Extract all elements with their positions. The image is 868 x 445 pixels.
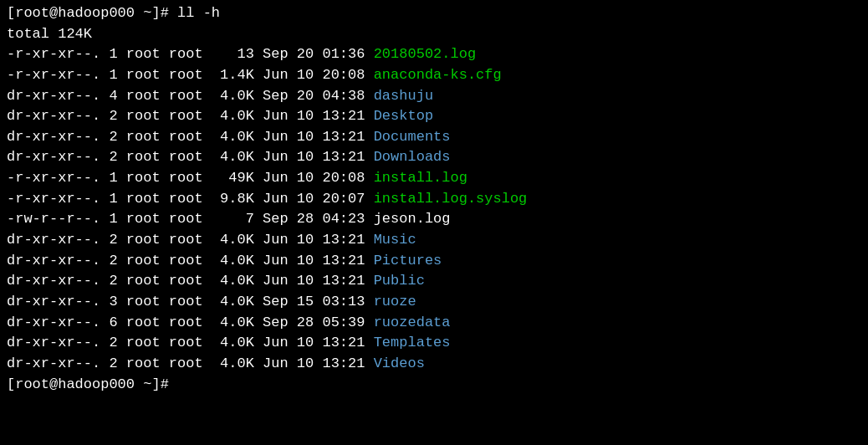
file-line-8: -r-xr-xr--. 1 root root 9.8K Jun 10 20:0… [7,189,861,210]
file-line-1: -r-xr-xr--. 1 root root 13 Sep 20 01:36 … [7,44,861,65]
file-line-5: dr-xr-xr--. 2 root root 4.0K Jun 10 13:2… [7,127,861,148]
final-prompt: [root@hadoop000 ~]# [7,375,861,396]
file-line-12: dr-xr-xr--. 2 root root 4.0K Jun 10 13:2… [7,271,861,292]
file-line-4: dr-xr-xr--. 2 root root 4.0K Jun 10 13:2… [7,106,861,127]
file-line-15: dr-xr-xr--. 2 root root 4.0K Jun 10 13:2… [7,333,861,354]
file-line-11: dr-xr-xr--. 2 root root 4.0K Jun 10 13:2… [7,251,861,272]
file-line-9: -rw-r--r--. 1 root root 7 Sep 28 04:23 j… [7,209,861,230]
file-line-16: dr-xr-xr--. 2 root root 4.0K Jun 10 13:2… [7,354,861,375]
file-line-7: -r-xr-xr--. 1 root root 49K Jun 10 20:08… [7,168,861,189]
file-line-14: dr-xr-xr--. 6 root root 4.0K Sep 28 05:3… [7,313,861,334]
command-line: [root@hadoop000 ~]# ll -h [7,3,861,24]
terminal-window[interactable]: [root@hadoop000 ~]# ll -h total 124K -r-… [7,3,861,442]
file-line-3: dr-xr-xr--. 4 root root 4.0K Sep 20 04:3… [7,86,861,107]
total-line: total 124K [7,24,861,45]
file-line-13: dr-xr-xr--. 3 root root 4.0K Sep 15 03:1… [7,292,861,313]
file-line-10: dr-xr-xr--. 2 root root 4.0K Jun 10 13:2… [7,230,861,251]
file-line-6: dr-xr-xr--. 2 root root 4.0K Jun 10 13:2… [7,147,861,168]
file-line-2: -r-xr-xr--. 1 root root 1.4K Jun 10 20:0… [7,65,861,86]
